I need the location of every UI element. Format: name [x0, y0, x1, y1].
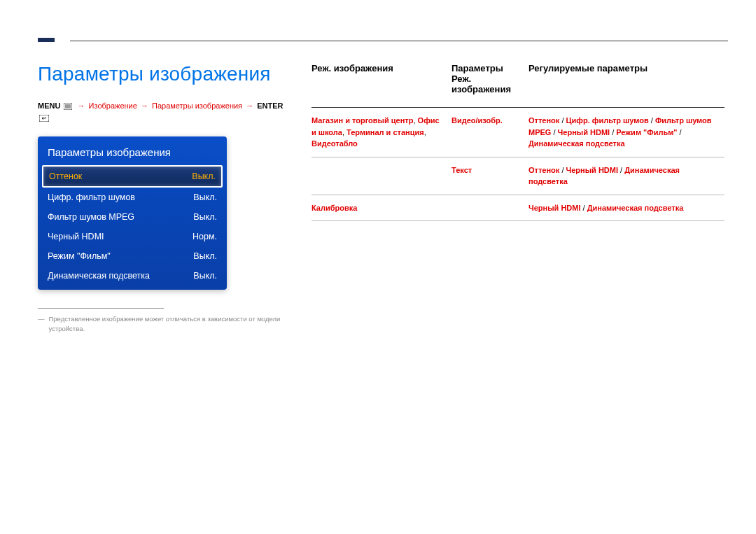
- breadcrumb-enter-label: ENTER: [257, 101, 283, 110]
- osd-row-value: Выкл.: [193, 251, 217, 261]
- table-cell: Оттенок / Цифр. фильтр шумов / Фильтр шу…: [528, 108, 724, 157]
- osd-row-label: Фильтр шумов MPEG: [48, 212, 188, 222]
- osd-row-label: Динамическая подсветка: [48, 271, 188, 281]
- table-header-params: ПараметрыРеж. изображения: [451, 63, 528, 108]
- enter-icon: [39, 114, 49, 125]
- table-cell: Оттенок / Черный HDMI / Динамическая под…: [528, 157, 724, 195]
- table-cell: Магазин и торговый центр, Офис и школа, …: [312, 108, 451, 157]
- breadcrumb-arrow: →: [246, 101, 253, 110]
- osd-row[interactable]: Режим "Фильм"Выкл.: [38, 246, 227, 266]
- info-table: Реж. изображения ПараметрыРеж. изображен…: [312, 63, 724, 221]
- page-title: Параметры изображения: [38, 63, 293, 85]
- osd-row[interactable]: ОттенокВыкл.: [42, 165, 223, 188]
- osd-row-value: Выкл.: [193, 192, 217, 202]
- menu-icon: [64, 102, 72, 113]
- breadcrumb: MENU → Изображение → Параметры изображен…: [38, 101, 293, 125]
- osd-row-label: Оттенок: [49, 171, 186, 181]
- table-cell: Текст: [451, 157, 528, 195]
- left-column: Параметры изображения MENU → Изображение…: [38, 63, 293, 334]
- osd-row-value: Норм.: [192, 232, 217, 241]
- osd-row[interactable]: Черный HDMIНорм.: [38, 227, 227, 246]
- osd-row-value: Выкл.: [193, 212, 217, 222]
- table-row: Магазин и торговый центр, Офис и школа, …: [312, 108, 724, 157]
- osd-row-label: Цифр. фильтр шумов: [48, 192, 188, 202]
- footnote: ― Представленное изображение может отлич…: [38, 314, 293, 335]
- osd-row-value: Выкл.: [193, 271, 217, 281]
- table-row: КалибровкаЧерный HDMI / Динамическая под…: [312, 195, 724, 221]
- breadcrumb-seg-2: Параметры изображения: [152, 101, 242, 110]
- osd-row[interactable]: Динамическая подсветкаВыкл.: [38, 266, 227, 286]
- table-cell: [312, 157, 451, 195]
- osd-title: Параметры изображения: [38, 143, 227, 165]
- footnote-rule: [38, 308, 164, 309]
- osd-row-value: Выкл.: [192, 171, 216, 181]
- osd-row[interactable]: Цифр. фильтр шумовВыкл.: [38, 188, 227, 207]
- header-accent: [38, 38, 55, 42]
- footnote-dash: ―: [38, 314, 45, 335]
- breadcrumb-arrow: →: [141, 101, 148, 110]
- right-column: Реж. изображения ПараметрыРеж. изображен…: [312, 63, 724, 221]
- breadcrumb-menu-label: MENU: [38, 101, 60, 110]
- osd-row-label: Черный HDMI: [48, 232, 187, 241]
- osd-row[interactable]: Фильтр шумов MPEGВыкл.: [38, 207, 227, 227]
- table-cell: Калибровка: [312, 195, 451, 221]
- footnote-text: Представленное изображение может отличат…: [49, 314, 294, 335]
- breadcrumb-arrow: →: [78, 101, 85, 110]
- header-rule: [70, 41, 728, 41]
- table-row: ТекстОттенок / Черный HDMI / Динамическа…: [312, 157, 724, 195]
- breadcrumb-seg-1: Изображение: [89, 101, 137, 110]
- page-content: Параметры изображения MENU → Изображение…: [38, 63, 728, 334]
- table-cell: Черный HDMI / Динамическая подсветка: [528, 195, 724, 221]
- table-cell: Видео/изобр.: [451, 108, 528, 157]
- table-cell: [451, 195, 528, 221]
- table-header-adjustable: Регулируемые параметры: [528, 63, 724, 108]
- table-header-mode: Реж. изображения: [312, 63, 451, 108]
- osd-panel: Параметры изображения ОттенокВыкл.Цифр. …: [38, 136, 227, 290]
- osd-row-label: Режим "Фильм": [48, 251, 188, 261]
